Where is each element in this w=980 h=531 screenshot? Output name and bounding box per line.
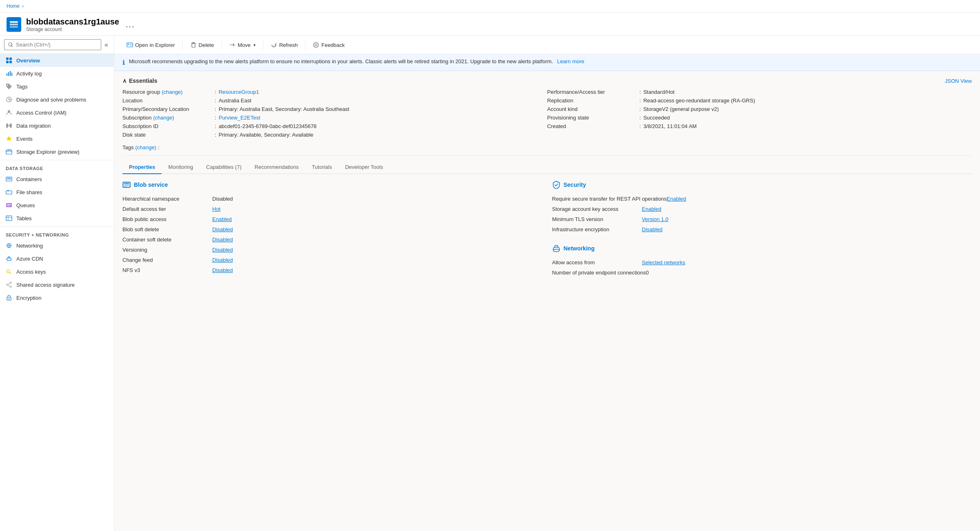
networking-section-title-text: Networking: [564, 245, 595, 252]
tab-tutorials[interactable]: Tutorials: [305, 161, 338, 174]
json-view-link[interactable]: JSON View: [945, 78, 972, 84]
nav-item-diagnose[interactable]: Diagnose and solve problems: [0, 93, 114, 106]
feedback-button[interactable]: Feedback: [309, 39, 349, 51]
info-icon: ℹ: [122, 59, 125, 66]
nav-item-queues[interactable]: Queues: [0, 199, 114, 212]
essentials-title[interactable]: ∧ Essentials: [122, 77, 157, 84]
svg-rect-3: [6, 58, 9, 60]
svg-rect-19: [7, 178, 11, 179]
diagnose-icon: [6, 96, 12, 103]
nav-item-containers[interactable]: Containers: [0, 173, 114, 186]
storage-icon: [9, 20, 19, 29]
svg-point-33: [10, 286, 11, 288]
nav-item-events[interactable]: Events: [0, 132, 114, 145]
security-section-label: Security + networking: [0, 228, 114, 239]
tab-developer-tools[interactable]: Developer Tools: [338, 161, 389, 174]
blob-value-7[interactable]: Disabled: [212, 267, 233, 273]
delete-button[interactable]: Delete: [186, 39, 218, 51]
blob-value-5[interactable]: Disabled: [212, 247, 233, 253]
move-button[interactable]: Move ▾: [225, 39, 260, 51]
svg-point-39: [313, 42, 318, 47]
blob-prop-row-5: Versioning Disabled: [122, 245, 542, 255]
blob-prop-row-0: Hierarchical namespace Disabled: [122, 194, 542, 204]
subscription-value[interactable]: Purview_E2ETest: [219, 115, 260, 121]
svg-point-35: [9, 299, 9, 299]
net-value-0[interactable]: Selected networks: [642, 259, 685, 266]
subscription-id-label: Subscription ID: [122, 123, 212, 129]
resource-type: Storage account: [26, 27, 119, 32]
move-icon: [229, 42, 236, 48]
sec-label-0: Require secure transfer for REST API ope…: [552, 196, 667, 202]
nav-item-tables[interactable]: Tables: [0, 212, 114, 225]
containers-icon: [6, 176, 12, 182]
essentials-row-perf: Performance/Access tier : Standard/Hot: [547, 89, 972, 95]
net-label-1: Number of private endpoint connections: [552, 270, 646, 276]
rg-change-link[interactable]: (change): [162, 89, 182, 95]
nav-item-iam[interactable]: Access Control (IAM): [0, 106, 114, 119]
encryption-label: Encryption: [16, 295, 41, 301]
nav-item-overview[interactable]: Overview: [0, 54, 114, 67]
blob-value-3[interactable]: Disabled: [212, 226, 233, 232]
move-dropdown-icon: ▾: [253, 43, 256, 47]
nav-item-tags[interactable]: Tags: [0, 80, 114, 93]
sec-value-3[interactable]: Disabled: [642, 226, 663, 232]
blob-value-2[interactable]: Enabled: [212, 216, 232, 222]
refresh-button[interactable]: Refresh: [267, 39, 302, 51]
nav-item-networking[interactable]: Networking: [0, 239, 114, 252]
rg-value[interactable]: ResourceGroup1: [219, 89, 259, 95]
migration-icon: [6, 122, 12, 129]
nav-item-file-shares[interactable]: File shares: [0, 186, 114, 199]
more-options-button[interactable]: ...: [124, 20, 137, 29]
subscription-change-link[interactable]: (change): [153, 115, 174, 121]
blob-value-6[interactable]: Disabled: [212, 257, 233, 263]
home-link[interactable]: Home: [7, 3, 20, 9]
nav-item-activity-log[interactable]: Activity log: [0, 67, 114, 80]
blob-service-title-text: Blob service: [134, 181, 168, 188]
disk-state-value: Primary: Available, Secondary: Available: [219, 132, 313, 138]
toolbar-sep-4: [305, 40, 305, 50]
access-keys-label: Access keys: [16, 269, 46, 275]
blob-value-1[interactable]: Hot: [212, 206, 220, 212]
resource-name: blobdatascans1rg1ause: [26, 17, 119, 27]
events-icon: [6, 135, 12, 142]
essentials-chevron: ∧: [122, 77, 127, 84]
data-migration-label: Data migration: [16, 123, 51, 129]
learn-more-link[interactable]: Learn more: [557, 58, 584, 64]
search-input[interactable]: [4, 39, 101, 50]
nav-item-storage-explorer[interactable]: Storage Explorer (preview): [0, 145, 114, 158]
tags-change-link[interactable]: (change): [135, 144, 156, 150]
essentials-left: Resource group (change) : ResourceGroup1…: [122, 89, 547, 138]
blob-value-4[interactable]: Disabled: [212, 237, 233, 243]
nav-item-encryption[interactable]: Encryption: [0, 291, 114, 304]
svg-rect-1: [10, 24, 18, 25]
queues-label: Queues: [16, 202, 35, 208]
svg-rect-16: [6, 150, 12, 154]
tab-capabilities[interactable]: Capabilities (7): [200, 161, 248, 174]
events-label: Events: [16, 136, 33, 142]
created-value: 3/8/2021, 11:01:04 AM: [643, 123, 697, 129]
collapse-sidebar-button[interactable]: «: [103, 40, 110, 50]
essentials-divider: [122, 155, 972, 156]
open-explorer-button[interactable]: Open in Explorer: [122, 39, 179, 51]
nav-item-shared-access[interactable]: Shared access signature: [0, 278, 114, 291]
tab-recommendations[interactable]: Recommendations: [248, 161, 305, 174]
tab-properties[interactable]: Properties: [122, 161, 162, 174]
rg-label: Resource group (change): [122, 89, 212, 95]
sec-value-1[interactable]: Enabled: [642, 206, 662, 212]
essentials-row-primary-location: Primary/Secondary Location : Primary: Au…: [122, 106, 547, 112]
svg-point-28: [7, 258, 11, 261]
tab-monitoring[interactable]: Monitoring: [162, 161, 200, 174]
nav-item-data-migration[interactable]: Data migration: [0, 119, 114, 132]
feedback-icon: [313, 42, 319, 48]
networking-section-title: Networking: [552, 244, 972, 252]
svg-rect-23: [6, 203, 12, 207]
sec-value-0[interactable]: Enabled: [667, 196, 686, 202]
svg-rect-26: [6, 216, 12, 221]
resource-title-block: blobdatascans1rg1ause Storage account: [26, 17, 119, 32]
sec-value-2[interactable]: Version 1.0: [642, 216, 669, 222]
nav-item-cdn[interactable]: Azure CDN: [0, 252, 114, 265]
sec-prop-row-2: Minimum TLS version Version 1.0: [552, 214, 972, 224]
svg-point-12: [8, 110, 10, 113]
primary-location-value: Primary: Australia East, Secondary: Aust…: [219, 106, 349, 112]
nav-item-access-keys[interactable]: Access keys: [0, 265, 114, 278]
